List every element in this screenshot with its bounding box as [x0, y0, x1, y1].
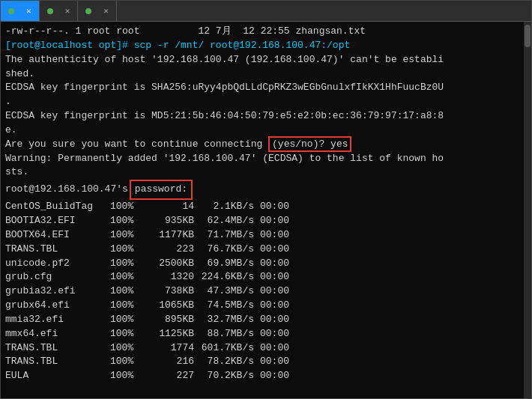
file-name: TRANS.TBL — [5, 341, 110, 356]
tab-2-dot — [47, 8, 53, 14]
file-time: 00:00 — [260, 200, 289, 214]
terminal-line-10: sts. — [5, 165, 519, 180]
terminal-line-6: ECDSA key fingerprint is MD5:21:5b:46:04… — [5, 109, 519, 124]
file-name: unicode.pf2 — [5, 257, 110, 271]
file-name: BOOTX64.EFI — [5, 228, 110, 243]
file-speed: 601.7KB/s — [200, 341, 260, 356]
tab-nav-buttons — [515, 1, 531, 21]
file-pct: 100% — [110, 327, 144, 341]
terminal-line-3: shed. — [5, 67, 519, 82]
terminal-window: ✕ ✕ ✕ -rw-r--r--. 1 root root 12 7月 12 2… — [0, 0, 532, 399]
file-name: mmx64.efi — [5, 327, 110, 341]
scrollbar[interactable] — [524, 22, 531, 398]
terminal-line-2: The authenticity of host '192.168.100.47… — [5, 53, 519, 67]
file-size: 1125KB — [144, 327, 200, 341]
file-transfer-line-15: TRANS.TBL100%22376.7KB/s00:00 — [5, 243, 519, 257]
tab-3-dot — [85, 8, 91, 14]
yes-no-prompt-box: (yes/no)? yes — [268, 136, 351, 152]
file-time: 00:00 — [260, 284, 289, 299]
file-size: 1774 — [144, 341, 200, 356]
file-size: 223 — [144, 243, 200, 257]
file-time: 00:00 — [260, 355, 289, 369]
file-name: grubia32.efi — [5, 284, 110, 299]
terminal-line-4: ECDSA key fingerprint is SHA256:uRyy4pbQ… — [5, 81, 519, 95]
file-speed: 32.7MB/s — [200, 313, 260, 327]
file-name: BOOTIA32.EFI — [5, 214, 110, 228]
file-name: grub.cfg — [5, 270, 110, 284]
file-time: 00:00 — [260, 341, 289, 356]
file-speed: 76.7KB/s — [200, 243, 260, 257]
file-transfer-line-17: grub.cfg100%1320224.6KB/s00:00 — [5, 270, 519, 284]
new-tab-button[interactable] — [117, 1, 129, 21]
file-pct: 100% — [110, 243, 144, 257]
file-name: CentOS_BuildTag — [5, 200, 110, 214]
file-name: EULA — [5, 369, 110, 383]
file-size: 14 — [144, 200, 200, 214]
terminal-line-5: . — [5, 95, 519, 109]
file-name: grubx64.efi — [5, 299, 110, 313]
file-pct: 100% — [110, 284, 144, 299]
terminal-line-7: e. — [5, 124, 519, 138]
file-size: 935KB — [144, 214, 200, 228]
file-size: 1320 — [144, 270, 200, 284]
file-transfer-line-22: TRANS.TBL100%1774601.7KB/s00:00 — [5, 341, 519, 356]
tab-spacer — [129, 1, 515, 21]
file-pct: 100% — [110, 214, 144, 228]
file-size: 216 — [144, 355, 200, 369]
password-prompt-box[interactable]: password: — [130, 180, 193, 200]
file-transfer-line-14: BOOTX64.EFI100%1177KB71.7MB/s00:00 — [5, 228, 519, 243]
file-speed: 224.6KB/s — [200, 270, 260, 284]
file-transfer-line-21: mmx64.efi100%1125KB88.7MB/s00:00 — [5, 327, 519, 341]
file-speed: 2.1KB/s — [200, 200, 260, 214]
file-transfer-line-23: TRANS.TBL100%21678.2KB/s00:00 — [5, 355, 519, 369]
file-time: 00:00 — [260, 327, 289, 341]
file-pct: 100% — [110, 313, 144, 327]
tab-2-close[interactable]: ✕ — [65, 6, 70, 16]
file-transfer-line-13: BOOTIA32.EFI100%935KB62.4MB/s00:00 — [5, 214, 519, 228]
file-transfer-line-19: grubx64.efi100%1065KB74.5MB/s00:00 — [5, 299, 519, 313]
file-time: 00:00 — [260, 257, 289, 271]
scrollbar-thumb[interactable] — [525, 25, 531, 47]
file-name: mmia32.efi — [5, 313, 110, 327]
file-speed: 74.5MB/s — [200, 299, 260, 313]
file-speed: 71.7MB/s — [200, 228, 260, 243]
file-time: 00:00 — [260, 243, 289, 257]
file-pct: 100% — [110, 341, 144, 356]
tab-bar: ✕ ✕ ✕ — [1, 1, 531, 22]
file-pct: 100% — [110, 270, 144, 284]
file-size: 1065KB — [144, 299, 200, 313]
tab-1[interactable]: ✕ — [1, 1, 40, 21]
file-time: 00:00 — [260, 228, 289, 243]
file-name: TRANS.TBL — [5, 355, 110, 369]
file-pct: 100% — [110, 299, 144, 313]
tab-1-dot — [8, 8, 14, 14]
file-speed: 62.4MB/s — [200, 214, 260, 228]
file-speed: 47.3MB/s — [200, 284, 260, 299]
terminal-content-row: -rw-r--r--. 1 root root 12 7月 12 22:55 z… — [1, 22, 531, 398]
file-transfer-line-18: grubia32.efi100%738KB47.3MB/s00:00 — [5, 284, 519, 299]
file-transfer-line-12: CentOS_BuildTag100%142.1KB/s00:00 — [5, 200, 519, 214]
file-time: 00:00 — [260, 369, 289, 383]
terminal-cmd-line-1: [root@localhost opt]# scp -r /mnt/ root@… — [5, 39, 519, 53]
file-time: 00:00 — [260, 299, 289, 313]
terminal-redbox-line-8: Are you sure you want to continue connec… — [5, 138, 519, 152]
terminal-line-0: -rw-r--r--. 1 root root 12 7月 12 22:55 z… — [5, 25, 519, 39]
tab-1-close[interactable]: ✕ — [26, 6, 31, 16]
file-time: 00:00 — [260, 214, 289, 228]
file-time: 00:00 — [260, 313, 289, 327]
file-size: 1177KB — [144, 228, 200, 243]
terminal-body[interactable]: -rw-r--r--. 1 root root 12 7月 12 22:55 z… — [1, 22, 524, 398]
tab-2[interactable]: ✕ — [40, 1, 79, 21]
file-size: 895KB — [144, 313, 200, 327]
file-pct: 100% — [110, 200, 144, 214]
file-pct: 100% — [110, 257, 144, 271]
file-pct: 100% — [110, 355, 144, 369]
tab-3[interactable]: ✕ — [78, 1, 117, 21]
file-speed: 88.7MB/s — [200, 327, 260, 341]
file-transfer-line-20: mmia32.efi100%895KB32.7MB/s00:00 — [5, 313, 519, 327]
terminal-known-line-9: Warning: Permanently added '192.168.100.… — [5, 152, 519, 166]
file-size: 227 — [144, 369, 200, 383]
file-transfer-line-16: unicode.pf2100%2500KB69.9MB/s00:00 — [5, 257, 519, 271]
tab-3-close[interactable]: ✕ — [103, 6, 109, 16]
file-time: 00:00 — [260, 270, 289, 284]
